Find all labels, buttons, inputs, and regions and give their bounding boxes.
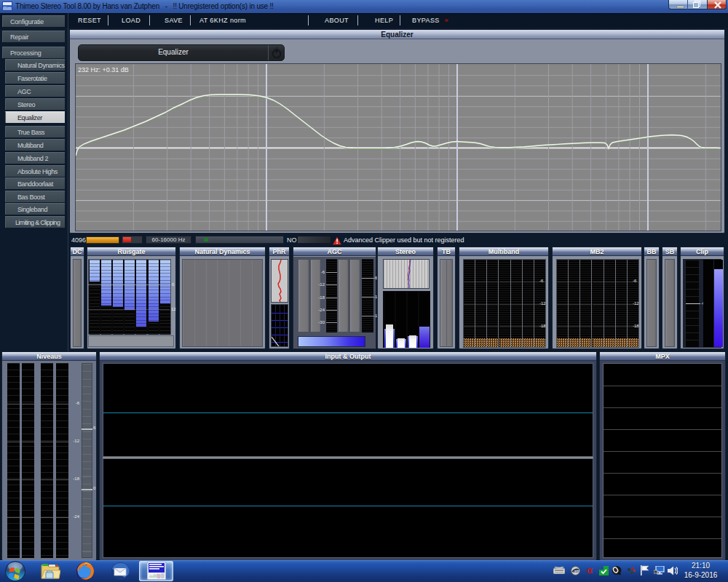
svg-text:ESI: ESI bbox=[573, 569, 579, 573]
